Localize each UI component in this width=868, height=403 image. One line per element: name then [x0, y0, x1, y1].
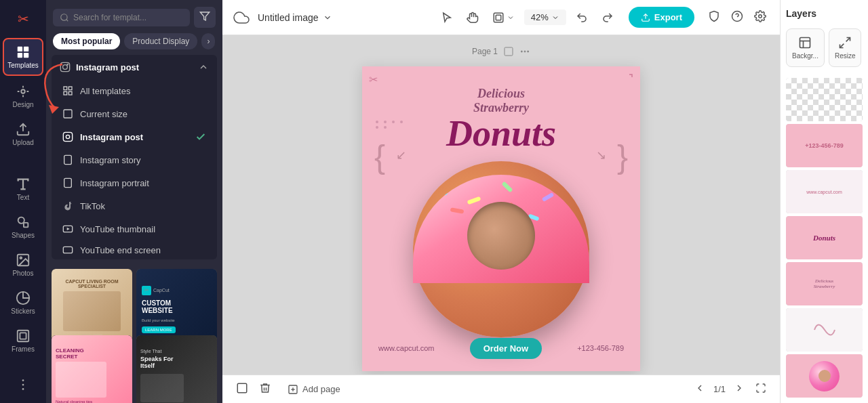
- menu-item-instagram-portrait[interactable]: Instagram portrait: [52, 171, 217, 194]
- svg-marker-20: [200, 12, 209, 20]
- tab-most-popular[interactable]: Most popular: [53, 33, 120, 49]
- add-page-button[interactable]: Add page: [282, 381, 346, 398]
- portrait-icon: [62, 177, 73, 188]
- zoom-display[interactable]: 42%: [524, 9, 566, 25]
- order-now-button[interactable]: Order Now: [470, 338, 542, 359]
- design-label: Design: [12, 101, 33, 108]
- layer-thumb-2[interactable]: +123-456-789: [786, 124, 863, 167]
- sidebar-item-text[interactable]: Text: [3, 154, 43, 207]
- prev-page-button[interactable]: [692, 380, 708, 398]
- layer-thumb-7[interactable]: [786, 354, 863, 398]
- svg-marker-34: [67, 228, 70, 230]
- next-page-button[interactable]: [731, 380, 747, 398]
- menu-item-instagram-post[interactable]: Instagram post: [52, 125, 217, 148]
- svg-point-4: [21, 89, 25, 93]
- search-bar: Search for templat...: [46, 0, 222, 33]
- layer-thumb-4[interactable]: Donuts: [786, 216, 863, 259]
- fullscreen-button[interactable]: [753, 380, 769, 398]
- page-icon: [236, 382, 248, 394]
- layer-thumb-5[interactable]: DeliciousStrawberry: [786, 262, 863, 305]
- canvas-logo: ✂: [369, 73, 378, 86]
- svg-rect-27: [68, 91, 72, 95]
- svg-rect-1: [24, 47, 28, 51]
- background-icon: [798, 36, 812, 49]
- sidebar-item-upload[interactable]: Upload: [3, 116, 43, 152]
- templates-panel: Search for templat... Most popular Produ…: [46, 0, 222, 403]
- search-input[interactable]: Search for templat...: [53, 9, 190, 26]
- canvas-inner: ✂ Delicious Strawberry Donuts { } ↙ ↘: [362, 66, 640, 371]
- stickers-icon: [16, 291, 31, 305]
- dropdown-section: Instagram post All templates Current siz…: [52, 55, 217, 259]
- layer-thumb-1[interactable]: [786, 78, 863, 121]
- sidebar-icons: ✂ Templates Design Upload Text Shapes Ph…: [0, 0, 46, 403]
- add-page-icon: [288, 384, 298, 395]
- menu-item-tiktok[interactable]: TikTok: [52, 194, 217, 217]
- tab-product-display[interactable]: Product Display: [124, 33, 197, 49]
- menu-label: All templates: [80, 86, 130, 96]
- select-tool-button[interactable]: [437, 7, 457, 28]
- templates-icon: [16, 45, 31, 60]
- doc-title[interactable]: Untitled image: [258, 12, 332, 23]
- help-icon[interactable]: [728, 7, 746, 27]
- export-button[interactable]: Export: [629, 7, 694, 28]
- svg-rect-29: [63, 132, 72, 141]
- chevron-down-small-icon: [507, 14, 515, 22]
- svg-point-18: [61, 14, 67, 20]
- layers-header: Layers: [786, 5, 863, 24]
- svg-rect-37: [496, 15, 501, 20]
- page-settings-button[interactable]: [233, 379, 251, 399]
- dot-pattern-left: [376, 121, 406, 129]
- layer-thumb-3[interactable]: www.capcut.com: [786, 170, 863, 213]
- sidebar-item-templates[interactable]: Templates: [3, 38, 43, 76]
- instagram-post-icon: [62, 131, 73, 142]
- youtube-end-icon: [62, 245, 73, 255]
- hand-tool-button[interactable]: [462, 7, 483, 28]
- svg-rect-2: [18, 53, 22, 58]
- frame-tool-button[interactable]: [488, 7, 519, 28]
- layer-thumb-6[interactable]: [786, 308, 863, 352]
- dropdown-header[interactable]: Instagram post: [52, 55, 217, 79]
- sidebar-more[interactable]: [3, 372, 43, 398]
- template-thumb-3[interactable]: CLEANINGSECRET Natural cleaning tips: [52, 335, 132, 403]
- sidebar-item-stickers[interactable]: Stickers: [3, 285, 43, 320]
- undo-button[interactable]: [572, 7, 592, 28]
- menu-item-instagram-story[interactable]: Instagram story: [52, 148, 217, 171]
- svg-point-43: [521, 51, 522, 52]
- dropdown-label: Instagram post: [76, 62, 139, 72]
- delete-page-button[interactable]: [256, 379, 274, 399]
- check-icon: [195, 131, 206, 142]
- svg-rect-13: [20, 333, 26, 339]
- menu-item-youtube-end-screen[interactable]: YouTube end screen: [52, 240, 217, 259]
- template-thumb-4[interactable]: Style That Speaks ForItself: [136, 335, 217, 403]
- sidebar-item-photos[interactable]: Photos: [3, 247, 43, 282]
- menu-label: Instagram post: [80, 132, 143, 142]
- app-logo[interactable]: ✂: [18, 5, 29, 35]
- search-icon: [60, 13, 69, 22]
- tiktok-icon: [62, 200, 73, 211]
- shield-icon[interactable]: [705, 7, 723, 27]
- chevron-up-icon: [198, 62, 209, 72]
- svg-rect-3: [24, 53, 28, 58]
- sidebar-item-frames[interactable]: Frames: [3, 323, 43, 358]
- bracket-right: }: [617, 141, 628, 173]
- filter-button[interactable]: [194, 7, 216, 28]
- background-tool[interactable]: Backgr...: [786, 28, 825, 67]
- sidebar-item-shapes[interactable]: Shapes: [3, 209, 43, 245]
- menu-item-all-templates[interactable]: All templates: [52, 79, 217, 102]
- page-more-icon: [519, 46, 530, 57]
- svg-point-14: [22, 379, 24, 381]
- curve-layer-icon: [811, 316, 838, 343]
- menu-label: TikTok: [80, 201, 105, 211]
- tab-more[interactable]: ›: [201, 33, 215, 49]
- resize-tool[interactable]: Resize: [829, 28, 862, 67]
- sidebar-item-design[interactable]: Design: [3, 79, 43, 114]
- menu-item-current-size[interactable]: Current size: [52, 102, 217, 125]
- donut-visual: [393, 148, 610, 337]
- menu-item-youtube-thumbnail[interactable]: YouTube thumbnail: [52, 217, 217, 240]
- photos-label: Photos: [12, 270, 33, 277]
- text-label: Text: [17, 194, 29, 201]
- settings-icon[interactable]: [751, 7, 769, 27]
- bottom-bar: Add page 1/1: [222, 375, 780, 403]
- right-tools: Backgr... Resize: [786, 28, 863, 67]
- redo-button[interactable]: [597, 7, 618, 28]
